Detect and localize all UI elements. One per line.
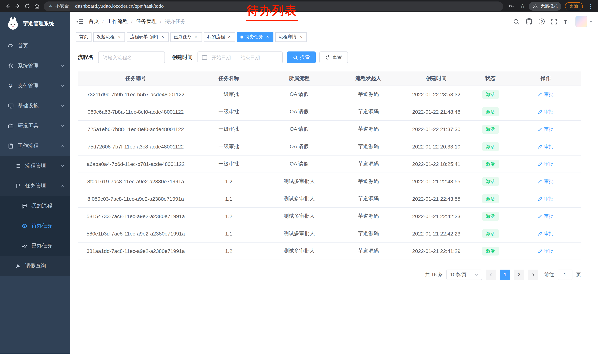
url-text[interactable]: dashboard.yudao.iocoder.cn/bpm/task/todo (75, 4, 164, 9)
browser-home-icon[interactable] (32, 1, 42, 11)
status-badge: 激活 (482, 90, 498, 99)
incognito-spy-icon (532, 4, 538, 8)
sidebar-item-todo-tasks[interactable]: 待办任务 (0, 216, 70, 236)
bookmark-star-icon[interactable]: ☆ (520, 3, 525, 9)
goto-page-input[interactable] (558, 269, 573, 280)
tag-todo-tasks[interactable]: 待办任务 × (237, 32, 274, 42)
tag-process-detail[interactable]: 流程详情 × (275, 32, 307, 42)
start-date-input[interactable] (210, 55, 233, 60)
table-header-row: 任务编号 任务名称 所属流程 流程发起人 创建时间 状态 操作 (78, 72, 581, 86)
page-button-1[interactable]: 1 (500, 269, 510, 280)
close-icon[interactable]: × (116, 34, 122, 40)
breadcrumb-home[interactable]: 首页 (89, 18, 99, 25)
tag-start-process[interactable]: 发起流程 × (93, 32, 125, 42)
page-size-select[interactable]: 10条/页 (447, 269, 482, 280)
toolbox-icon (8, 123, 14, 129)
page-button-2[interactable]: 2 (514, 269, 524, 280)
edit-icon (538, 196, 542, 201)
sidebar-item-system[interactable]: 系统管理 (0, 56, 70, 76)
chevron-down-icon (61, 164, 65, 168)
sidebar-item-payment[interactable]: ¥ 支付管理 (0, 76, 70, 96)
pagination: 共 16 条 10条/页 1 2 前往 (78, 269, 581, 280)
tag-done-tasks[interactable]: 已办任务 × (170, 32, 202, 42)
sidebar-item-home[interactable]: 首页 (0, 36, 70, 56)
sidebar-item-infrastructure[interactable]: 基础设施 (0, 96, 70, 116)
tags-view: 首页 发起流程 × 流程表单-编辑 × 已办任务 × 我的流程 × (70, 31, 598, 43)
date-range-picker[interactable]: - (198, 51, 283, 63)
end-date-input[interactable] (239, 55, 262, 60)
browser-actions: ☆ 无痕模式 更新 ⋮ (507, 1, 595, 11)
close-icon[interactable]: × (160, 34, 165, 40)
approve-link[interactable]: 审批 (538, 230, 554, 237)
sidebar-item-task-management[interactable]: 任务管理 (0, 176, 70, 196)
table-row: 8f0d1619-7ac8-11ec-a9e2-a2380e71991a 1.2… (78, 173, 581, 190)
github-icon[interactable] (526, 18, 533, 25)
approve-link[interactable]: 审批 (538, 195, 554, 202)
sidebar-item-my-process[interactable]: 我的流程 (0, 196, 70, 216)
table-row: 58154733-7ac8-11ec-a9e2-a2380e71991a 1.2… (78, 207, 581, 225)
incognito-badge: 无痕模式 (529, 2, 561, 11)
table-row: 381aa1dd-7ac8-11ec-a9e2-a2380e71991a 1.2… (78, 242, 581, 259)
sidebar-collapse-icon[interactable] (76, 18, 83, 25)
search-button[interactable]: 搜索 (287, 51, 316, 63)
tag-process-form-edit[interactable]: 流程表单-编辑 × (127, 32, 169, 42)
browser-menu-icon[interactable]: ⋮ (587, 3, 595, 9)
caret-down-icon (589, 20, 592, 23)
status-badge: 激活 (482, 177, 498, 186)
search-icon (293, 55, 298, 60)
user-menu[interactable] (575, 16, 592, 27)
close-icon[interactable]: × (265, 34, 270, 40)
sidebar-item-done-tasks[interactable]: 已办任务 (0, 236, 70, 256)
fullscreen-icon[interactable] (551, 18, 557, 25)
sidebar-item-workflow[interactable]: 工作流程 (0, 136, 70, 156)
user-avatar[interactable] (575, 16, 587, 27)
edit-icon (538, 92, 542, 97)
approve-link[interactable]: 审批 (538, 161, 554, 167)
close-icon[interactable]: × (298, 34, 303, 40)
status-badge: 激活 (482, 246, 498, 255)
flag-icon (15, 183, 21, 189)
col-task-id: 任务编号 (78, 72, 194, 86)
approve-link[interactable]: 审批 (538, 143, 554, 150)
approve-link[interactable]: 审批 (538, 91, 554, 97)
status-badge: 激活 (482, 194, 498, 203)
prev-page-button[interactable] (486, 269, 496, 280)
approve-link[interactable]: 审批 (538, 213, 554, 219)
browser-toolbar: ⚠ 不安全 dashboard.yudao.iocoder.cn/bpm/tas… (0, 0, 598, 12)
dashboard-icon (8, 43, 14, 49)
approve-link[interactable]: 审批 (538, 108, 554, 115)
status-badge: 激活 (482, 107, 498, 116)
edit-icon (538, 179, 542, 184)
next-page-button[interactable] (528, 269, 538, 280)
browser-update-button[interactable]: 更新 (565, 2, 583, 10)
font-size-icon[interactable]: TT (564, 19, 569, 24)
browser-forward-icon[interactable] (13, 1, 22, 11)
close-icon[interactable]: × (227, 34, 232, 40)
clipboard-icon (8, 143, 14, 149)
sidebar-item-process-management[interactable]: 流程管理 (0, 156, 70, 176)
approve-link[interactable]: 审批 (538, 126, 554, 132)
breadcrumb-workflow[interactable]: 工作流程 (107, 18, 128, 25)
close-icon[interactable]: × (193, 34, 199, 40)
tag-my-process[interactable]: 我的流程 × (204, 32, 235, 42)
process-name-input[interactable] (98, 51, 165, 63)
browser-reload-icon[interactable] (22, 1, 32, 11)
reset-button[interactable]: 重置 (319, 51, 348, 63)
annotation-title: 待办列表 (246, 3, 298, 21)
breadcrumb-task-management[interactable]: 任务管理 (136, 18, 157, 25)
not-secure-label[interactable]: 不安全 (56, 3, 69, 9)
col-process: 所属流程 (264, 72, 334, 86)
sidebar-item-leave-query[interactable]: 请假查询 (0, 256, 70, 276)
password-key-icon[interactable] (507, 1, 516, 11)
edit-icon (538, 214, 542, 218)
tag-home[interactable]: 首页 (76, 32, 91, 42)
browser-back-icon[interactable] (3, 1, 13, 11)
monitor-icon (8, 103, 14, 109)
sidebar-item-dev-tools[interactable]: 研发工具 (0, 116, 70, 136)
approve-link[interactable]: 审批 (538, 248, 554, 254)
help-icon[interactable]: ? (539, 18, 545, 24)
approve-link[interactable]: 审批 (538, 178, 554, 185)
status-badge: 激活 (482, 159, 498, 168)
table-row: 069c6a63-7b8a-11ec-8ef0-acde48001122 一级审… (78, 103, 581, 120)
search-icon[interactable] (513, 18, 520, 25)
